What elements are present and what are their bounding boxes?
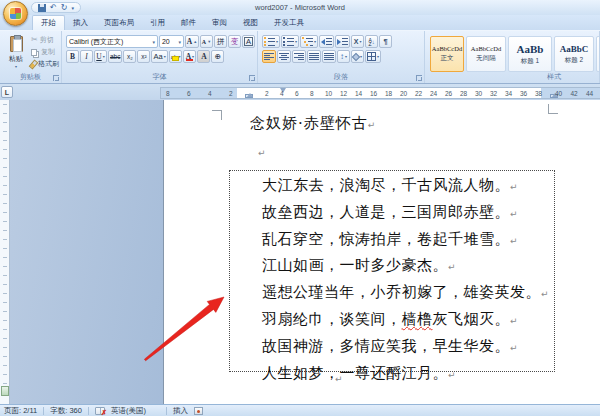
tab-developer[interactable]: 开发工具 <box>266 16 312 30</box>
ribbon: 粘贴 ▾ ✂ 剪切 复制 格式刷 剪贴板 <box>0 30 600 84</box>
macro-record-icon[interactable] <box>194 407 203 415</box>
language-indicator[interactable]: 英语(美国) <box>111 406 146 416</box>
tab-mailings[interactable]: 邮件 <box>173 16 204 30</box>
ruler-bottom-icon[interactable] <box>1 386 9 396</box>
insert-mode[interactable]: 插入 <box>173 406 188 416</box>
change-case-button[interactable]: Aa▾ <box>151 50 167 63</box>
text-highlight-icon: ab <box>171 54 178 60</box>
cut-button[interactable]: ✂ 剪切 <box>31 35 59 45</box>
qat-customize-icon[interactable]: ▾ <box>71 4 74 12</box>
word-count[interactable]: 字数: 360 <box>50 406 82 416</box>
bullets-button[interactable]: ▾ <box>262 35 280 48</box>
page-indicator[interactable]: 页面: 2/11 <box>4 406 37 416</box>
italic-button[interactable]: I <box>80 50 93 63</box>
ruler-number: 10 <box>325 90 332 97</box>
style-heading2[interactable]: AaBbC 标题 2 <box>554 36 594 72</box>
font-color-button[interactable]: A▾ <box>183 50 196 63</box>
format-painter-button[interactable]: 格式刷 <box>31 59 59 69</box>
paragraph-mark: ↵ <box>510 182 518 192</box>
strikethrough-button[interactable]: abc <box>108 50 122 63</box>
numbering-button[interactable]: ▾ <box>281 35 299 48</box>
enclose-characters-button[interactable]: ⊕ <box>211 50 224 63</box>
style-heading1[interactable]: AaBb 标题 1 <box>508 36 552 72</box>
grow-font-button[interactable]: A▲ <box>185 35 199 48</box>
show-marks-button[interactable]: ¶ <box>379 35 392 48</box>
group-paragraph: ▾ ▾ ▾ X▾ AZ↓ ¶ ↕▾ ▾ ▾ 段落 <box>258 31 425 83</box>
bold-button[interactable]: B <box>66 50 79 63</box>
paste-dropdown-icon[interactable]: ▾ <box>15 64 17 69</box>
shrink-font-button[interactable]: A▼ <box>200 35 213 48</box>
shrink-tri-icon: ▼ <box>207 39 211 44</box>
distribute-button[interactable] <box>322 50 336 63</box>
tab-insert[interactable]: 插入 <box>65 16 96 30</box>
superscript-icon: x² <box>141 53 146 60</box>
character-shading-button[interactable]: A <box>197 50 210 63</box>
save-icon[interactable] <box>38 4 46 12</box>
ruler-number: 12 <box>340 90 347 97</box>
tab-view[interactable]: 视图 <box>235 16 266 30</box>
ruler-number: 4 <box>280 90 284 97</box>
undo-icon[interactable]: ↶ <box>50 4 57 12</box>
proofing-status-icon[interactable] <box>95 407 105 415</box>
change-case-dropdown-icon: ▾ <box>164 54 166 59</box>
style-normal[interactable]: AaBbCcDd 正文 <box>430 36 464 72</box>
ruler-number: 6 <box>187 90 191 97</box>
line-spacing-button[interactable]: ↕▾ <box>337 50 350 63</box>
borders-button[interactable]: ▾ <box>365 50 381 63</box>
grow-tri-icon: ▲ <box>193 39 197 44</box>
character-border-button[interactable]: A <box>242 35 255 48</box>
ruler-number: 26 <box>445 90 452 97</box>
clipboard-icon <box>10 36 23 52</box>
paste-button[interactable]: 粘贴 ▾ <box>3 35 29 71</box>
superscript-button[interactable]: x² <box>137 50 150 63</box>
align-left-button[interactable] <box>262 50 276 63</box>
decrease-indent-button[interactable] <box>319 35 334 48</box>
underline-button[interactable]: U▾ <box>94 50 107 63</box>
asian-effects-button[interactable]: 变 <box>228 35 241 48</box>
ruler-number: 30 <box>475 90 482 97</box>
font-dialog-launcher[interactable] <box>249 75 255 81</box>
increase-indent-button[interactable] <box>335 35 350 48</box>
office-button[interactable] <box>3 1 28 26</box>
phonetic-guide-button[interactable]: 拼 <box>214 35 227 48</box>
align-left-icon <box>264 53 274 61</box>
styles-group-label: 样式 <box>509 72 599 82</box>
paragraph-mark: ↵ <box>448 370 456 380</box>
ruler-row: L 86422468101214161820222426283032343638… <box>0 84 600 100</box>
subscript-icon: x₂ <box>127 53 133 60</box>
hanging-indent-marker[interactable] <box>245 94 253 98</box>
shading-button[interactable]: ▾ <box>351 50 364 63</box>
justify-button[interactable] <box>307 50 321 63</box>
redo-icon[interactable]: ↻ <box>61 4 68 12</box>
tab-page-layout[interactable]: 页面布局 <box>96 16 142 30</box>
tab-stop-selector[interactable]: L <box>1 86 13 98</box>
shading-icon <box>352 52 360 60</box>
asian-layout-button[interactable]: X▾ <box>351 35 364 48</box>
tab-home[interactable]: 开始 <box>32 15 65 30</box>
paragraph-group-label: 段落 <box>258 72 424 82</box>
font-size-dropdown-icon: ▾ <box>179 39 182 45</box>
copy-button[interactable]: 复制 <box>31 47 59 57</box>
clipboard-dialog-launcher[interactable] <box>53 75 59 81</box>
group-clipboard: 粘贴 ▾ ✂ 剪切 复制 格式刷 剪贴板 <box>0 31 62 83</box>
font-color-dropdown-icon: ▾ <box>192 54 194 59</box>
style-title[interactable]: AaBbC 标题 <box>596 36 600 72</box>
sort-button[interactable]: AZ↓ <box>365 35 378 48</box>
text-highlight-button[interactable]: ab▾ <box>169 50 183 63</box>
subscript-button[interactable]: x₂ <box>123 50 136 63</box>
align-center-button[interactable] <box>277 50 291 63</box>
ruler-number: 8 <box>310 90 314 97</box>
multilevel-list-button[interactable]: ▾ <box>300 35 318 48</box>
tab-references[interactable]: 引用 <box>142 16 173 30</box>
office-logo-icon <box>10 8 21 19</box>
clipboard-small-buttons: ✂ 剪切 复制 格式刷 <box>31 35 59 69</box>
style-no-spacing[interactable]: AaBbCcDd 无间隔 <box>466 36 506 72</box>
line-spacing-icon: ↕ <box>340 52 344 61</box>
tab-review[interactable]: 审阅 <box>204 16 235 30</box>
font-size-select[interactable]: 20 ▾ <box>159 35 184 48</box>
paragraph-dialog-launcher[interactable] <box>416 75 422 81</box>
align-right-button[interactable] <box>292 50 306 63</box>
ruler-left-margin <box>161 88 237 98</box>
underline-icon: U <box>96 52 101 61</box>
font-family-select[interactable]: Calibri (西文正文) ▾ <box>66 35 158 48</box>
